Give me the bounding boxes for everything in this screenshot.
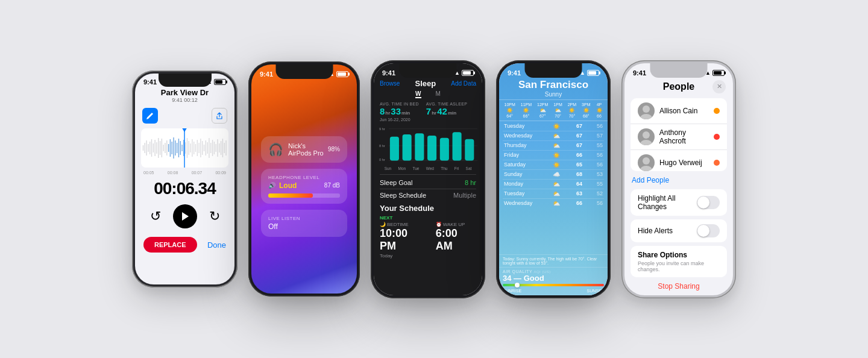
weather-condition: Sunny	[504, 91, 603, 98]
stop-sharing-btn[interactable]: Stop Sharing	[624, 277, 733, 295]
svg-rect-39	[209, 138, 209, 158]
highlight-toggle[interactable]	[697, 196, 720, 209]
weather-aqi: AIR QUALITY AQI (US) 34 — Good	[499, 268, 608, 287]
sleep-times-row: 🌙BEDTIME 10:00 PM ⏰WAKE UP 6:00 AM	[380, 222, 476, 253]
svg-rect-27	[189, 141, 189, 155]
sleep-schedule-label: Sleep Schedule	[380, 192, 426, 199]
svg-rect-36	[204, 145, 204, 151]
avg-asleep-label: AVG. TIME ASLEEP	[426, 102, 467, 106]
sleep-bedtime: 🌙BEDTIME 10:00 PM	[380, 222, 426, 253]
chart-labels: SunMonTueWedThuFriSat	[379, 166, 477, 171]
sleep-date: Jun 16-22, 2020	[374, 118, 482, 123]
sleep-tab-w[interactable]: W	[415, 90, 421, 98]
svg-point-68	[643, 131, 650, 139]
people-list: Allison Cain Anthony Ashcroft	[631, 98, 727, 171]
avg-bed-value: 8hr33min	[380, 106, 419, 116]
people-header: People ✕	[624, 78, 733, 98]
svg-rect-4	[149, 142, 150, 154]
vm-rewind-btn[interactable]: ↺	[150, 209, 161, 224]
svg-text:8 hr: 8 hr	[379, 143, 385, 147]
svg-text:0 hr: 0 hr	[379, 158, 385, 162]
svg-rect-38	[207, 142, 207, 154]
hourly-item-4: 2PM☀️70°	[568, 102, 576, 118]
people-item-0: Allison Cain	[631, 98, 727, 124]
vm-title: Park View Dr	[142, 88, 227, 97]
sleep-stat-bed: AVG. TIME IN BED 8hr33min	[380, 102, 419, 116]
hourly-item-2: 12PM⛅67°	[537, 102, 548, 118]
svg-rect-32	[197, 140, 198, 156]
vm-time-labels: 00:0500:0800:0700:09	[135, 170, 234, 175]
phone4-notch	[525, 63, 582, 78]
waveform-svg	[141, 128, 228, 168]
headphone-db: 87 dB	[324, 182, 340, 189]
people-name-0: Allison Cain	[659, 107, 697, 115]
people-close-btn[interactable]: ✕	[712, 80, 726, 93]
svg-rect-5	[151, 139, 152, 157]
svg-rect-10	[160, 141, 160, 155]
svg-rect-31	[195, 144, 196, 152]
people-dot-1	[714, 134, 720, 140]
sleep-schedule-row: Sleep Schedule Multiple	[374, 189, 482, 201]
svg-rect-42	[214, 142, 215, 154]
svg-rect-43	[215, 144, 216, 152]
svg-rect-37	[206, 140, 206, 155]
weather-city: San Francisco	[504, 79, 603, 91]
aqi-value: 34 — Good	[503, 274, 604, 283]
battery-icon4	[587, 70, 599, 76]
svg-rect-49	[225, 140, 226, 155]
sleep-tab-m[interactable]: M	[436, 90, 441, 98]
svg-rect-19	[175, 140, 175, 155]
people-info-2: Hugo Verweij	[638, 154, 702, 171]
vm-replace-btn[interactable]: REPLACE	[143, 237, 197, 253]
svg-rect-2	[146, 140, 146, 155]
svg-rect-12	[163, 145, 163, 151]
live-listen-card: Live Listen Off	[261, 210, 347, 237]
svg-point-70	[643, 157, 650, 165]
add-people-btn[interactable]: Add People	[624, 171, 733, 189]
sunset-label: SUNSET	[587, 289, 604, 293]
vm-done-btn[interactable]: Done	[207, 240, 226, 250]
svg-rect-59	[390, 136, 399, 160]
weather-daily: Tuesday☀️6756 Wednesday⛅6757 Thursday⛅67…	[499, 121, 608, 254]
phone5-content: 9:41 ▲	[624, 63, 733, 295]
phones-container: 9:41 ▲	[108, 48, 760, 310]
svg-marker-51	[182, 128, 186, 132]
daily-row-2: Thursday⛅6755	[503, 141, 604, 151]
svg-rect-23	[181, 145, 182, 151]
svg-marker-52	[182, 212, 189, 221]
vm-edit-icon[interactable]	[142, 108, 158, 124]
daily-row-6: Monday⛅6455	[503, 180, 604, 189]
live-value: Off	[268, 222, 340, 231]
phone4-weather: 9:41 ▲	[496, 60, 611, 298]
svg-rect-44	[217, 139, 218, 157]
highlight-changes-row: Highlight All Changes	[631, 189, 727, 216]
svg-rect-48	[224, 143, 225, 153]
hide-alerts-label: Hide Alerts	[638, 227, 673, 235]
sleep-chart: 9 hr 8 hr 0 hr	[374, 123, 482, 172]
hide-alerts-toggle[interactable]	[697, 224, 720, 237]
people-item-2: Hugo Verweij	[631, 150, 727, 171]
daily-row-7: Tuesday⛅6352	[503, 189, 604, 199]
daily-row-4: Saturday☀️6556	[503, 160, 604, 170]
battery-icon5	[712, 70, 725, 76]
daily-row-0: Tuesday☀️6756	[503, 122, 604, 131]
svg-point-66	[643, 105, 650, 113]
people-name-1: Anthony Ashcroft	[659, 128, 714, 145]
vm-big-time: 00:06.34	[135, 175, 234, 202]
sleep-today: Today	[380, 253, 476, 259]
sleep-nav-back[interactable]: Browse	[380, 80, 400, 87]
svg-rect-40	[210, 143, 211, 153]
sleep-nav-add[interactable]: Add Data	[451, 80, 476, 87]
phone1-voice-memos: 9:41 ▲	[132, 71, 237, 287]
people-info-1: Anthony Ashcroft	[638, 128, 714, 145]
phone3-sleep: 9:41 ▲	[371, 60, 485, 298]
vm-play-btn[interactable]	[173, 204, 197, 228]
highlight-toggle-knob	[697, 196, 709, 209]
vm-forward-btn[interactable]: ↻	[209, 209, 220, 224]
svg-rect-8	[156, 142, 157, 154]
sleep-next-label: Next	[380, 215, 476, 221]
sleep-wakeup: ⏰WAKE UP 6:00 AM	[436, 222, 476, 253]
daily-row-5: Sunday☁️6853	[503, 170, 604, 180]
hourly-item-0: 10PM☀️64°	[504, 102, 515, 118]
vm-share-icon[interactable]	[212, 108, 227, 124]
